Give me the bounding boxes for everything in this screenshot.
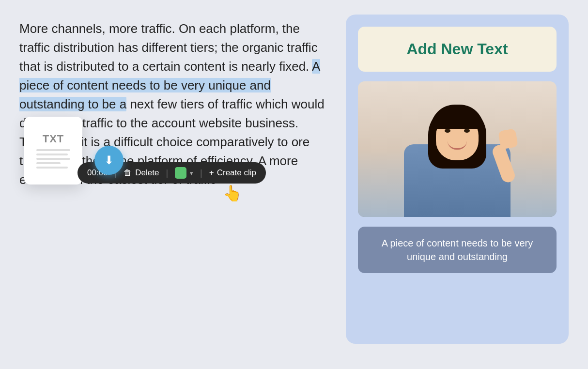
txt-lines (36, 149, 70, 169)
delete-button[interactable]: 🗑 Delete (124, 168, 159, 178)
txt-line-2 (36, 154, 68, 155)
person-raised-hand (498, 128, 518, 150)
caption-card: A piece of content needs to be very uniq… (358, 227, 557, 273)
txt-file-icon: TXT (24, 117, 82, 184)
color-picker-button[interactable]: ▾ (175, 167, 193, 179)
add-new-text-card: Add New Text (358, 27, 557, 72)
main-container: More channels, more traffic. On each pla… (0, 0, 588, 369)
create-clip-button[interactable]: + Create clip (209, 168, 256, 178)
person-photo (358, 81, 557, 217)
trash-icon: 🗑 (124, 168, 132, 178)
delete-label: Delete (135, 168, 159, 178)
person-smile (448, 141, 467, 150)
right-panel: Add New Text (346, 15, 569, 344)
person-image-container (358, 81, 557, 217)
txt-line-5 (36, 167, 68, 169)
caption-text: A piece of content needs to be very uniq… (382, 238, 533, 262)
color-swatch (175, 167, 186, 179)
download-button[interactable]: ⬇ (94, 146, 124, 175)
person-right-eye (464, 129, 470, 133)
txt-line-4 (36, 162, 61, 164)
left-panel: More channels, more traffic. On each pla… (19, 15, 326, 189)
txt-line-1 (36, 149, 70, 151)
download-icon: ⬇ (104, 154, 114, 167)
plus-icon: + (209, 168, 214, 178)
create-clip-label: Create clip (217, 168, 256, 178)
add-new-text-title: Add New Text (406, 40, 508, 58)
divider-2: | (166, 168, 168, 178)
person-left-eye (445, 129, 450, 133)
chevron-down-icon: ▾ (190, 169, 193, 177)
txt-label: TXT (43, 133, 64, 145)
divider-3: | (200, 168, 202, 178)
text-before-highlight: More channels, more traffic. On each pla… (19, 21, 318, 74)
txt-line-3 (36, 158, 70, 160)
